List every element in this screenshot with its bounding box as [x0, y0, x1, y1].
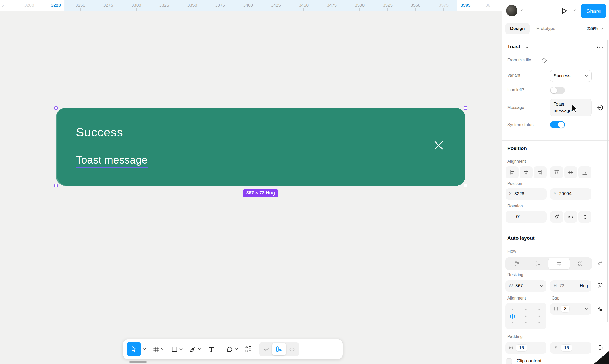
dev-mode-button[interactable]	[272, 343, 286, 355]
chevron-down-icon[interactable]	[235, 348, 238, 350]
avatar[interactable]	[506, 5, 517, 16]
flow-horizontal-button[interactable]	[548, 258, 570, 269]
ruler-label: 3228	[47, 0, 64, 11]
tab-design[interactable]: Design	[505, 23, 530, 34]
divider	[502, 230, 609, 230]
auto-layout-heading: Auto layout	[507, 235, 535, 241]
width-field[interactable]: W 367	[505, 280, 546, 292]
resizing-label: Resizing	[507, 272, 523, 277]
x-position-field[interactable]: X 3228	[506, 188, 547, 200]
alignment-pad-label: Alignment	[507, 296, 526, 301]
toast-message-text[interactable]: Toast message	[76, 154, 148, 168]
flip-vertical-button[interactable]	[578, 211, 591, 223]
align-left-button[interactable]	[506, 166, 519, 178]
message-label: Message	[507, 105, 524, 110]
align-top-button[interactable]	[550, 166, 563, 178]
chevron-down-icon[interactable]	[520, 9, 523, 11]
rotation-label: Rotation	[507, 204, 523, 209]
flow-freeform-button[interactable]	[506, 258, 527, 269]
icon-left-label: Icon left?	[507, 88, 524, 92]
mode-switcher	[259, 342, 299, 356]
clip-content-label: Clip content	[517, 358, 541, 364]
resize-corner-icon[interactable]	[597, 282, 604, 289]
align-h-center-button[interactable]	[520, 166, 533, 178]
actions-tool-button[interactable]	[245, 346, 252, 353]
comment-tool-button[interactable]	[226, 346, 233, 353]
align-right-button[interactable]	[534, 166, 547, 178]
rotate-90-button[interactable]	[550, 211, 563, 223]
share-button[interactable]: Share	[581, 4, 606, 18]
horizontal-padding-icon	[509, 346, 513, 350]
text-tool-button[interactable]	[208, 346, 215, 353]
more-options-icon[interactable]	[596, 46, 604, 48]
angle-icon	[509, 214, 514, 219]
selection-handle[interactable]	[54, 106, 58, 110]
icon-left-toggle[interactable]	[550, 87, 565, 94]
component-diamond-icon[interactable]	[541, 57, 547, 63]
w-label: W	[509, 283, 513, 289]
rotation-field[interactable]: 0°	[506, 211, 547, 223]
distribute-sliders-icon[interactable]	[597, 306, 604, 313]
size-badge: 367 × 72 Hug	[243, 189, 278, 197]
chevron-down-icon[interactable]	[573, 9, 576, 11]
move-tool-button[interactable]	[127, 342, 141, 356]
chevron-down-icon[interactable]	[143, 348, 146, 350]
flip-horizontal-button[interactable]	[564, 211, 577, 223]
canvas[interactable]: 5320032283250327533003325335033753400342…	[0, 0, 502, 364]
selection-handle[interactable]	[464, 106, 467, 110]
selection-handle[interactable]	[54, 184, 58, 187]
tab-prototype[interactable]: Prototype	[534, 23, 558, 34]
frame-tool-button[interactable]	[153, 346, 160, 353]
draw-mode-button[interactable]	[260, 343, 272, 355]
ruler-selection-highlight	[56, 0, 465, 11]
pen-tool-button[interactable]	[189, 346, 197, 353]
ruler-label: 36	[485, 0, 490, 11]
panel-scrollbar[interactable]	[607, 40, 608, 322]
individual-padding-icon[interactable]	[597, 344, 604, 351]
ruler-label: 3425	[271, 0, 281, 11]
flow-segmented-control	[505, 257, 592, 270]
chevron-down-icon	[540, 285, 543, 287]
align-bottom-button[interactable]	[578, 166, 591, 178]
toolbar-divider	[255, 343, 255, 355]
w-value: 367	[515, 283, 523, 289]
ruler-label: 3250	[75, 0, 85, 11]
horizontal-padding-field[interactable]: 16	[505, 342, 546, 354]
system-status-toggle[interactable]	[550, 121, 565, 128]
alignment-label: Alignment	[507, 159, 526, 164]
present-play-icon[interactable]	[560, 7, 568, 15]
wrap-icon[interactable]	[597, 260, 604, 267]
close-icon[interactable]	[433, 139, 445, 151]
selection-handle[interactable]	[464, 184, 467, 187]
code-mode-button[interactable]	[286, 343, 298, 355]
divider	[502, 140, 609, 141]
ruler-label: 3375	[215, 0, 225, 11]
horizontal-scrollbar[interactable]	[129, 361, 147, 363]
padding-label: Padding	[507, 334, 523, 339]
ruler[interactable]: 5320032283250327533003325335033753400342…	[0, 0, 502, 11]
flow-grid-button[interactable]	[570, 258, 591, 269]
variant-label: Variant	[507, 73, 520, 78]
chevron-down-icon[interactable]	[526, 46, 529, 48]
chevron-down-icon	[600, 28, 603, 30]
chevron-down-icon[interactable]	[179, 348, 183, 350]
system-status-label: System status	[507, 122, 533, 127]
alignment-pad[interactable]	[505, 303, 546, 329]
chevron-down-icon[interactable]	[161, 348, 164, 350]
toast-component[interactable]: Success Toast message	[56, 108, 465, 186]
instance-swap-icon[interactable]	[597, 104, 604, 111]
align-indicator	[510, 315, 511, 318]
variant-select[interactable]: Success	[550, 70, 591, 82]
rectangle-tool-button[interactable]	[171, 346, 178, 353]
x-value: 3228	[514, 191, 524, 197]
zoom-level-control[interactable]: 238%	[587, 23, 603, 34]
chevron-down-icon[interactable]	[198, 348, 201, 350]
gap-field[interactable]: 8	[550, 303, 591, 315]
vertical-padding-field[interactable]: 16	[550, 342, 591, 354]
clip-content-checkbox[interactable]	[506, 358, 512, 364]
ruler-label: 3325	[159, 0, 169, 11]
flow-vertical-button[interactable]	[527, 258, 548, 269]
y-position-field[interactable]: Y 20094	[550, 188, 591, 200]
height-field[interactable]: H 72 Hug	[550, 280, 591, 292]
align-v-center-button[interactable]	[564, 166, 577, 178]
